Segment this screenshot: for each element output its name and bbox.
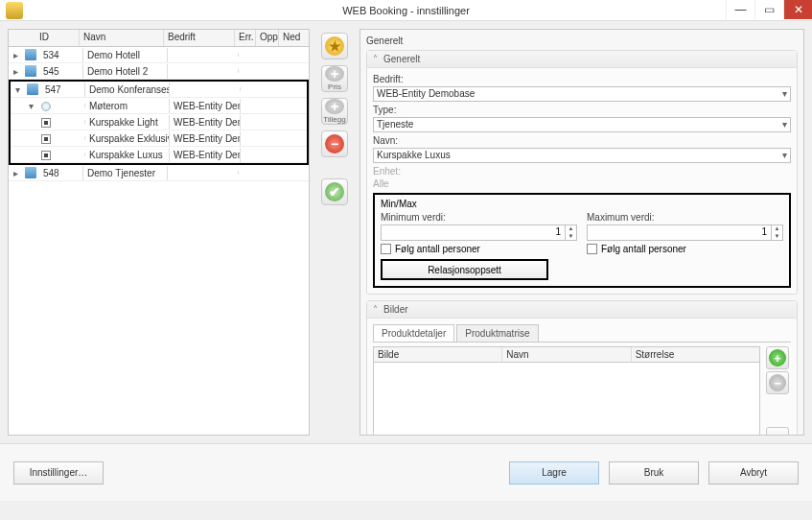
spin-down-icon[interactable]: ▼ — [566, 233, 576, 241]
chevron-up-icon: ˄ — [373, 54, 378, 64]
spin-up-icon[interactable]: ▲ — [566, 225, 576, 233]
title-bar: WEB Booking - innstillinger — ▭ ✕ — [0, 0, 812, 21]
expand-icon[interactable]: ▸ — [9, 66, 22, 77]
details-header: Generelt — [366, 35, 798, 50]
minus-icon: − — [325, 134, 344, 154]
group-bilder: ˄ Bilder Produktdetaljer Produktmatrise … — [366, 300, 798, 436]
star-button[interactable]: ★ — [321, 33, 348, 59]
checkbox-folg-max[interactable]: Følg antall personer — [587, 244, 783, 254]
minmax-header: Min/Max — [381, 199, 417, 209]
col-ned[interactable]: Ned — [279, 30, 300, 46]
plus-icon: + — [325, 66, 344, 82]
spin-up-icon[interactable]: ▲ — [772, 225, 782, 233]
label-min: Minimum verdi: — [381, 212, 577, 223]
tillegg-button[interactable]: +Tillegg — [321, 98, 348, 125]
mid-toolbar: ★ +Pris +Tillegg − ✔ — [315, 29, 354, 436]
minus-icon: − — [769, 374, 786, 391]
plus-icon: + — [325, 99, 344, 114]
folder-icon — [25, 49, 36, 60]
expand-icon[interactable]: ▸ — [9, 50, 22, 60]
value-enhet: Alle — [373, 178, 389, 189]
tree-row[interactable]: ▸ 534 Demo Hotell — [9, 47, 309, 63]
chevron-up-icon: ˄ — [373, 304, 378, 315]
pris-button[interactable]: +Pris — [321, 65, 348, 92]
expand-icon[interactable]: ▸ — [9, 168, 22, 178]
avbryt-button[interactable]: Avbryt — [708, 461, 799, 485]
folder-icon — [25, 167, 36, 178]
tree-row[interactable]: ▸ 548 Demo Tjenester — [9, 165, 309, 181]
label-type: Type: — [373, 105, 791, 115]
minimize-button[interactable]: — — [726, 0, 754, 19]
spin-down-icon[interactable]: ▼ — [772, 233, 782, 241]
node-icon — [41, 102, 51, 111]
tree-row[interactable]: Kurspakke Exklusive WEB-Entity Demobase — [11, 130, 307, 147]
imgcol-navn[interactable]: Navn — [502, 347, 631, 362]
plus-icon: + — [769, 349, 786, 366]
maximize-button[interactable]: ▭ — [754, 0, 783, 19]
tree-row[interactable]: Kurspakke Light WEB-Entity Demobase — [11, 114, 307, 130]
window-title: WEB Booking - innstillinger — [342, 5, 470, 16]
arrow-up-icon: ▲ — [772, 432, 784, 437]
checkbox-icon — [381, 244, 391, 254]
remove-image-button[interactable]: − — [766, 371, 789, 394]
col-err[interactable]: Err. — [235, 30, 256, 46]
app-logo-icon — [6, 2, 23, 19]
label-navn: Navn: — [373, 135, 791, 146]
bruk-button[interactable]: Bruk — [609, 461, 699, 485]
group-generelt: ˄ Generelt Bedrift: WEB-Entity Demobase … — [366, 50, 798, 295]
collapse-icon[interactable]: ▾ — [24, 101, 37, 111]
label-max: Maximum verdi: — [587, 212, 783, 223]
star-icon: ★ — [325, 36, 344, 56]
tree-row[interactable]: ▾ Møterom WEB-Entity Demobase — [11, 98, 307, 114]
combo-type[interactable]: Tjeneste — [373, 117, 791, 132]
item-icon — [41, 134, 51, 144]
folder-icon — [27, 83, 38, 95]
innstillinger-button[interactable]: Innstillinger… — [13, 461, 104, 485]
item-icon — [41, 118, 51, 128]
close-button[interactable]: ✕ — [783, 0, 812, 19]
imgcol-storrelse[interactable]: Størrelse — [632, 347, 759, 362]
col-bedrift[interactable]: Bedrift — [164, 30, 235, 46]
add-image-button[interactable]: + — [766, 346, 789, 369]
spinner-max[interactable]: 1 ▲▼ — [587, 225, 783, 241]
imgcol-bilde[interactable]: Bilde — [374, 347, 502, 362]
spinner-min[interactable]: 1 ▲▼ — [381, 225, 577, 241]
globe-icon: ✔ — [325, 182, 344, 201]
tab-produktmatrise[interactable]: Produktmatrise — [456, 324, 538, 342]
move-up-button[interactable]: ▲ — [766, 427, 789, 436]
checkbox-folg-min[interactable]: Følg antall personer — [381, 244, 577, 254]
image-grid[interactable]: Bilde Navn Størrelse — [373, 346, 760, 436]
relasjonsoppsett-button[interactable]: Relasjonsoppsett — [381, 259, 548, 280]
item-icon — [41, 151, 51, 160]
tree-row[interactable]: ▸ 545 Demo Hotell 2 — [9, 63, 309, 80]
group-header-bilder[interactable]: ˄ Bilder — [367, 301, 797, 319]
checkbox-icon — [587, 244, 597, 254]
collapse-icon[interactable]: ▾ — [11, 84, 24, 95]
tab-produktdetaljer[interactable]: Produktdetaljer — [373, 324, 454, 342]
grid-header: ID Navn Bedrift Err. Opp Ned — [9, 30, 309, 47]
col-id[interactable]: ID — [35, 30, 80, 46]
group-header-generelt[interactable]: ˄ Generelt — [367, 51, 797, 68]
lagre-button[interactable]: Lagre — [509, 461, 599, 485]
col-opp[interactable]: Opp — [256, 30, 279, 46]
label-bedrift: Bedrift: — [373, 74, 791, 84]
tree-row[interactable]: Kurspakke Luxus WEB-Entity Demobase — [11, 147, 307, 163]
combo-navn[interactable]: Kurspakke Luxus — [373, 148, 791, 163]
minmax-section: Min/Max Minimum verdi: 1 ▲▼ Følg antall … — [373, 193, 791, 288]
tree-row[interactable]: ▾ 547 Demo Konferansesenter — [11, 82, 307, 98]
combo-bedrift[interactable]: WEB-Entity Demobase — [373, 86, 791, 102]
folder-icon — [25, 65, 36, 77]
label-enhet: Enhet: — [373, 166, 791, 177]
remove-button[interactable]: − — [321, 130, 348, 157]
col-navn[interactable]: Navn — [80, 30, 164, 46]
product-tree-grid[interactable]: ID Navn Bedrift Err. Opp Ned ▸ 534 Demo … — [8, 29, 310, 436]
globe-button[interactable]: ✔ — [321, 178, 348, 205]
